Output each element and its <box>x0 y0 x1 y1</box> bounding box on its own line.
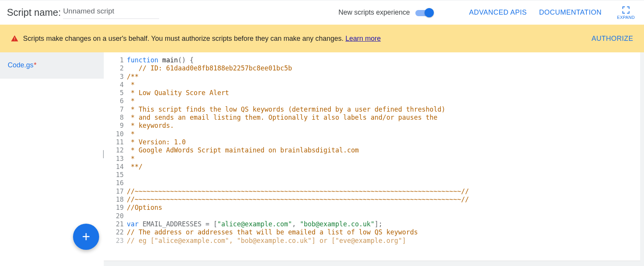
code-line[interactable]: * Low Quality Score Alert <box>127 89 640 97</box>
main-area: Code.gs* || + 12345678910111213141516171… <box>0 52 644 266</box>
expand-button[interactable]: EXPAND <box>617 6 635 20</box>
code-line[interactable]: * and sends an email listing them. Optio… <box>127 114 640 122</box>
horizontal-scrollbar[interactable] <box>104 261 640 266</box>
script-name-label: Script name: <box>7 7 61 18</box>
expand-label: EXPAND <box>617 15 635 20</box>
learn-more-link[interactable]: Learn more <box>345 35 381 42</box>
top-bar: Script name: New scripts experience ADVA… <box>0 0 644 25</box>
code-line[interactable]: * <box>127 155 640 163</box>
line-gutter: 1234567891011121314151617181920212223 <box>104 56 127 261</box>
authorize-button[interactable]: AUTHORIZE <box>591 35 633 43</box>
advanced-apis-link[interactable]: ADVANCED APIS <box>469 8 527 17</box>
editor-pane: 1234567891011121314151617181920212223 fu… <box>104 52 644 266</box>
code-line[interactable]: * Google AdWords Script maintained on br… <box>127 146 640 154</box>
new-experience-toggle[interactable] <box>415 9 434 17</box>
code-line[interactable]: //Options <box>127 204 640 212</box>
code-line[interactable] <box>127 212 640 220</box>
toggle-label: New scripts experience <box>339 8 410 17</box>
code-line[interactable]: * <box>127 97 640 105</box>
code-line[interactable]: // eg ["alice@example.com", "bob@example… <box>127 237 640 245</box>
authorize-banner: Scripts make changes on a user's behalf.… <box>0 25 644 52</box>
code-line[interactable]: * Version: 1.0 <box>127 138 640 146</box>
file-sidebar: Code.gs* || + <box>0 52 104 266</box>
documentation-link[interactable]: DOCUMENTATION <box>539 8 602 17</box>
expand-icon <box>622 6 630 14</box>
new-file-fab[interactable]: + <box>73 224 99 250</box>
code-line[interactable]: * keywords. <box>127 122 640 130</box>
script-name-input[interactable] <box>63 6 159 19</box>
code-line[interactable]: * This script finds the low QS keywords … <box>127 105 640 114</box>
code-line[interactable] <box>127 171 640 179</box>
plus-icon: + <box>82 229 90 245</box>
code-line[interactable]: // The address or addresses that will be… <box>127 228 640 236</box>
file-item-code-gs[interactable]: Code.gs* <box>0 52 104 79</box>
code-line[interactable]: var EMAIL_ADDRESSES = ["alice@example.co… <box>127 220 640 228</box>
code-line[interactable]: //~~~~~~~~~~~~~~~~~~~~~~~~~~~~~~~~~~~~~~… <box>127 196 640 204</box>
code-line[interactable]: //~~~~~~~~~~~~~~~~~~~~~~~~~~~~~~~~~~~~~~… <box>127 187 640 196</box>
code-line[interactable]: **/ <box>127 163 640 171</box>
modified-indicator: * <box>34 61 37 69</box>
code-line[interactable]: function main() { <box>127 56 640 64</box>
code-editor[interactable]: 1234567891011121314151617181920212223 fu… <box>104 52 640 261</box>
file-name-label: Code.gs <box>8 61 33 69</box>
banner-text: Scripts make changes on a user's behalf.… <box>23 35 345 42</box>
warning-icon <box>11 35 18 42</box>
code-line[interactable]: * <box>127 130 640 138</box>
code-line[interactable]: /** <box>127 73 640 81</box>
code-line[interactable]: // ID: 61daad0e8fb8188eb2257bc8ee01bc5b <box>127 64 640 72</box>
code-line[interactable] <box>127 179 640 187</box>
code-content[interactable]: function main() { // ID: 61daad0e8fb8188… <box>127 56 640 261</box>
code-line[interactable]: * <box>127 81 640 89</box>
